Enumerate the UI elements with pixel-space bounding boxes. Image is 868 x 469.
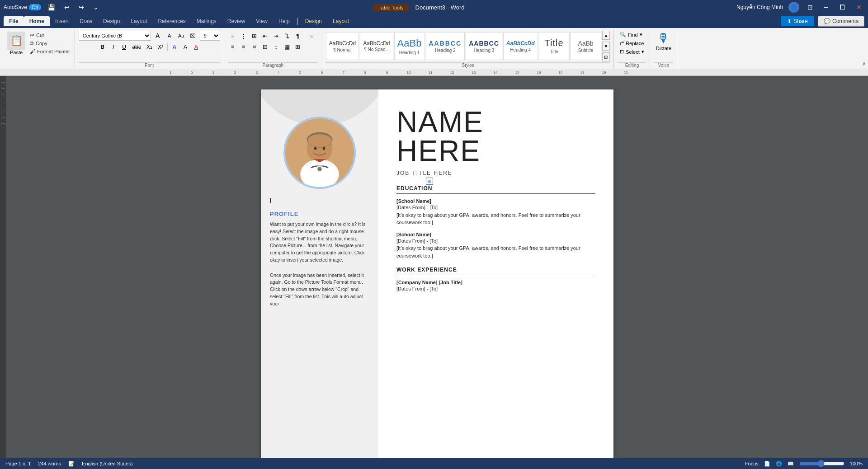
- line-spacing-button[interactable]: ↕: [271, 42, 281, 52]
- text-highlight-button[interactable]: A: [180, 42, 190, 52]
- style-subtitle[interactable]: AaBb Subtitle: [571, 32, 601, 60]
- increase-indent-button[interactable]: ⇥: [271, 31, 281, 41]
- strikethrough-button[interactable]: abc: [130, 42, 143, 52]
- align-left-button[interactable]: ≡: [307, 31, 317, 41]
- ribbon-display-button[interactable]: ⊡: [805, 3, 816, 12]
- tab-view[interactable]: View: [250, 16, 273, 26]
- copy-button[interactable]: ⧉ Copy: [29, 40, 71, 47]
- autosave-toggle[interactable]: AutoSave On: [4, 4, 41, 10]
- undo-button[interactable]: ↩: [61, 3, 72, 12]
- multilevel-list-button[interactable]: ⊞: [250, 31, 259, 41]
- paste-button[interactable]: 📋 Paste: [5, 31, 27, 56]
- tab-insert[interactable]: Insert: [50, 16, 74, 26]
- borders-button[interactable]: ⊞: [293, 42, 303, 52]
- superscript-button[interactable]: X²: [156, 42, 165, 52]
- share-button[interactable]: ⬆ Share: [781, 16, 814, 26]
- tab-layout[interactable]: Layout: [125, 16, 152, 26]
- style-normal[interactable]: AaBbCcDd ¶ Normal: [326, 32, 359, 60]
- tab-help[interactable]: Help: [273, 16, 295, 26]
- styles-scroll-up[interactable]: ▲: [602, 31, 610, 40]
- style-heading4[interactable]: AaBbCcDd Heading 4: [503, 32, 538, 60]
- bullet-list-button[interactable]: ≡: [228, 31, 238, 41]
- font-size-select[interactable]: 9: [200, 31, 220, 41]
- resume-right-column: NAME HERE JOB TITLE HERE EDUCATION [Scho…: [378, 89, 613, 458]
- style-heading2[interactable]: AABBCC Heading 2: [426, 32, 465, 60]
- font-color-button[interactable]: A: [191, 42, 201, 52]
- tab-file[interactable]: File: [4, 16, 24, 26]
- view-read-icon[interactable]: 📖: [788, 461, 794, 467]
- format-painter-button[interactable]: 🖌 Format Painter: [29, 48, 71, 55]
- style-h4-label: Heading 4: [510, 47, 531, 52]
- focus-button[interactable]: Focus: [745, 461, 759, 466]
- style-heading3[interactable]: AABBCC Heading 3: [466, 32, 502, 60]
- view-print-icon[interactable]: 📄: [764, 461, 770, 467]
- table-move-handle[interactable]: ⊕: [426, 178, 433, 185]
- column-button[interactable]: ⊟: [260, 42, 270, 52]
- minimize-button[interactable]: ─: [821, 3, 831, 12]
- replace-button[interactable]: ⇄ Replace: [618, 39, 646, 47]
- tab-mailings[interactable]: Mailings: [191, 16, 222, 26]
- divider2: [305, 32, 305, 40]
- autosave-label: AutoSave: [4, 4, 27, 10]
- cut-button[interactable]: ✂ Cut: [29, 32, 71, 39]
- tab-layout2[interactable]: Layout: [327, 16, 354, 26]
- close-button[interactable]: ✕: [854, 3, 864, 12]
- subscript-button[interactable]: X₂: [144, 42, 155, 52]
- tab-references[interactable]: References: [152, 16, 191, 26]
- svg-rect-0: [6, 69, 868, 75]
- tab-review[interactable]: Review: [222, 16, 250, 26]
- font-size-grow-button[interactable]: A: [153, 31, 163, 41]
- align-right-button[interactable]: ≡: [239, 42, 249, 52]
- dictate-icon: 🎙: [657, 31, 670, 46]
- tab-home[interactable]: Home: [24, 16, 50, 26]
- styles-expand[interactable]: ⊡: [602, 52, 610, 61]
- ribbon-collapse-button[interactable]: ∧: [862, 61, 866, 67]
- decrease-indent-button[interactable]: ⇤: [260, 31, 270, 41]
- maximize-button[interactable]: ⧠: [836, 3, 848, 12]
- comments-button[interactable]: 💬 Comments: [818, 16, 864, 27]
- tab-draw[interactable]: Draw: [74, 16, 98, 26]
- style-no-space[interactable]: AaBbCcDd ¶ No Spac...: [360, 32, 393, 60]
- svg-text:3: 3: [256, 70, 258, 75]
- style-title[interactable]: Title Title: [539, 32, 570, 60]
- redo-button[interactable]: ↪: [76, 3, 87, 12]
- tab-design[interactable]: Design: [98, 16, 125, 26]
- sort-button[interactable]: ⇅: [282, 31, 292, 41]
- find-button[interactable]: 🔍 Find ▾: [618, 31, 646, 38]
- svg-text:0: 0: [191, 70, 193, 75]
- style-nospace-label: ¶ No Spac...: [364, 47, 389, 52]
- view-web-icon[interactable]: 🌐: [776, 461, 782, 467]
- tab-design2[interactable]: Design: [300, 16, 327, 26]
- styles-scroll-down[interactable]: ▼: [602, 42, 610, 51]
- shading-button[interactable]: ▦: [282, 42, 292, 52]
- underline-button[interactable]: U: [119, 42, 129, 52]
- language[interactable]: English (United States): [82, 461, 133, 466]
- align-center-button[interactable]: ≡: [228, 42, 238, 52]
- customize-qat-button[interactable]: ⌄: [90, 3, 101, 12]
- editing-buttons: 🔍 Find ▾ ⇄ Replace ⊡ Select ▾: [618, 31, 646, 56]
- justify-button[interactable]: ≡: [250, 42, 259, 52]
- style-heading1[interactable]: AaBb Heading 1: [394, 32, 425, 60]
- svg-text:6: 6: [321, 70, 323, 75]
- font-group: Century Gothic (B A A Aa ⌧ 9 B I U abc X…: [75, 30, 224, 69]
- clear-format-button[interactable]: ⌧: [188, 31, 198, 41]
- text-effects-button[interactable]: A: [170, 42, 179, 52]
- italic-button[interactable]: I: [108, 42, 118, 52]
- document-area[interactable]: ⊕: [6, 76, 868, 458]
- document-page: ⊕: [261, 89, 613, 458]
- zoom-slider[interactable]: [799, 460, 844, 467]
- autosave-state[interactable]: On: [29, 4, 41, 10]
- page-info[interactable]: Page 1 of 1: [5, 461, 31, 466]
- bold-button[interactable]: B: [98, 42, 108, 52]
- resume-name: NAME HERE: [396, 108, 595, 165]
- dictate-button[interactable]: 🎙 Dictate: [656, 31, 671, 51]
- work-entry-1: [Company Name] [Job Title] [Dates From] …: [396, 280, 595, 293]
- show-formatting-button[interactable]: ¶: [293, 31, 303, 41]
- font-size-shrink-button[interactable]: A: [165, 31, 175, 41]
- save-button[interactable]: 💾: [45, 3, 58, 12]
- font-name-select[interactable]: Century Gothic (B: [79, 31, 151, 41]
- numbered-list-button[interactable]: ⋮: [239, 31, 249, 41]
- change-case-button[interactable]: Aa: [176, 31, 186, 41]
- word-count[interactable]: 244 words: [38, 461, 61, 466]
- select-button[interactable]: ⊡ Select ▾: [618, 48, 646, 56]
